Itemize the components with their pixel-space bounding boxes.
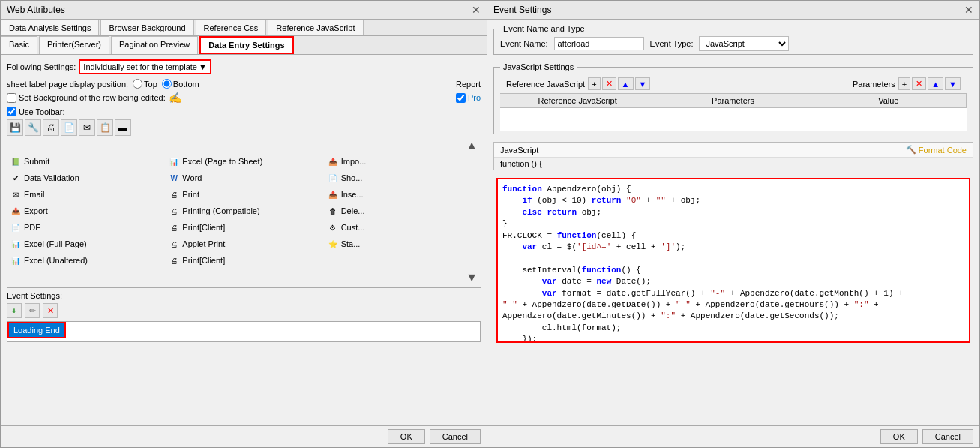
event-name-row: Event Name: Event Type: JavaScript Java … [500, 36, 967, 51]
export-icon: 📤 [10, 205, 22, 217]
left-ok-button[interactable]: OK [388, 429, 425, 444]
format-code-button[interactable]: 🔨 Format Code [906, 145, 967, 155]
tabs-row1: Data Analysis Settings Browser Backgroun… [1, 20, 487, 36]
left-cancel-button[interactable]: Cancel [430, 429, 481, 444]
action-print: 🖨Print [165, 187, 322, 202]
edit-event-button[interactable]: ✏ [25, 303, 40, 318]
params-add-button[interactable]: + [898, 77, 910, 90]
right-title: Event Settings [493, 5, 551, 15]
toolbar-icon-bar[interactable]: ▬ [115, 119, 131, 136]
action-validation: ✔Data Validation [7, 170, 163, 185]
insert-icon: 📥 [327, 188, 339, 200]
action-excel-unalt-label: Excel (Unaltered) [24, 256, 88, 265]
pro-section: Pro [456, 93, 481, 103]
set-bg-checkbox[interactable] [7, 93, 16, 103]
action-insert: 📥Inse... [324, 187, 481, 202]
right-close-button[interactable]: ✕ [964, 4, 973, 16]
sheet-label-row: sheet label page display position: Top B… [7, 79, 481, 89]
action-applet-print: 🖨Applet Print [165, 236, 322, 251]
action-show-label: Sho... [341, 173, 363, 182]
excel-unalt-icon: 📊 [10, 254, 22, 266]
top-radio-text: Top [144, 80, 157, 89]
word-icon: W [168, 172, 180, 184]
top-radio[interactable] [133, 79, 142, 89]
ref-js-add-button[interactable]: + [588, 77, 600, 90]
action-print-client-label: Print[Client] [182, 223, 225, 232]
bottom-radio-label[interactable]: Bottom [162, 79, 199, 89]
tab-data-entry[interactable]: Data Entry Settings [199, 36, 293, 54]
tab-reference-js[interactable]: Reference JavaScript [268, 20, 363, 35]
set-bg-label: Set Background of the row being edited: [19, 93, 166, 102]
printing-compat-icon: 🖨 [168, 205, 180, 217]
tab-reference-css[interactable]: Reference Css [196, 20, 267, 35]
action-printing-compat-label: Printing (Compatible) [182, 206, 259, 215]
bottom-radio-text: Bottom [173, 80, 199, 89]
action-delete-label: Dele... [341, 206, 365, 215]
action-email-label: Email [24, 190, 45, 199]
toolbar-icon-clipboard[interactable]: 📋 [97, 119, 113, 136]
action-export-label: Export [24, 206, 48, 215]
event-settings-label: Event Settings: [7, 291, 481, 300]
move-up-button[interactable]: ▲ [466, 139, 478, 152]
event-name-type-section: Event Name and Type Event Name: Event Ty… [493, 24, 973, 55]
tab-printer[interactable]: Printer(Server) [39, 36, 109, 54]
top-radio-label[interactable]: Top [133, 79, 157, 89]
ref-js-col-header: Reference JavaScript + ✕ ▲ ▼ [506, 77, 650, 90]
action-printing-compat: 🖨Printing (Compatible) [165, 203, 322, 218]
action-import: 📥Impo... [324, 154, 481, 169]
applet-print-icon: 🖨 [168, 238, 180, 250]
event-name-label: Event Name: [500, 39, 548, 48]
event-name-input[interactable] [554, 37, 644, 50]
delete-icon: 🗑 [327, 205, 339, 217]
use-toolbar-checkbox[interactable] [7, 107, 16, 116]
toolbar-icon-settings[interactable]: 🔧 [25, 119, 41, 136]
following-settings-dropdown[interactable]: Individually set for the template ▼ [79, 59, 211, 74]
js-label-row: JavaScript 🔨 Format Code [494, 143, 973, 157]
ref-js-up-button[interactable]: ▲ [618, 77, 634, 90]
value-table-header: Value [811, 94, 967, 108]
move-down-button[interactable]: ▼ [466, 271, 478, 284]
event-type-select[interactable]: JavaScript Java Other [699, 36, 789, 51]
action-delete: 🗑Dele... [324, 203, 481, 218]
action-word: WWord [165, 170, 322, 185]
delete-event-button[interactable]: ✕ [43, 303, 58, 318]
toolbar-icon-print[interactable]: 🖨 [43, 119, 59, 136]
pro-checkbox[interactable] [456, 93, 466, 103]
toolbar-icon-doc[interactable]: 📄 [61, 119, 77, 136]
email-icon: ✉ [10, 188, 22, 200]
stamp-icon: ✍ [169, 92, 181, 104]
action-print-client: 🖨Print[Client] [165, 220, 322, 235]
js-settings-header: Reference JavaScript + ✕ ▲ ▼ Parameters … [500, 74, 967, 93]
set-bg-checkbox-label[interactable]: Set Background of the row being edited: [7, 93, 166, 103]
event-type-label: Event Type: [650, 39, 694, 48]
tab-pagination[interactable]: Pagination Preview [111, 36, 198, 54]
tab-browser-bg[interactable]: Browser Background [100, 20, 193, 35]
ref-js-down-button[interactable]: ▼ [635, 77, 651, 90]
params-up-button[interactable]: ▲ [928, 77, 943, 90]
right-cancel-button[interactable]: Cancel [922, 429, 973, 444]
toolbar-icon-save[interactable]: 💾 [7, 119, 23, 136]
toolbar-icon-email[interactable]: ✉ [79, 119, 95, 136]
event-list-item-loading-end[interactable]: Loading End [7, 322, 66, 338]
validation-icon: ✔ [10, 172, 22, 184]
ref-js-delete-button[interactable]: ✕ [602, 77, 616, 90]
add-event-button[interactable]: + [7, 303, 22, 318]
event-toolbar: + ✏ ✕ [7, 303, 481, 318]
tab-basic[interactable]: Basic [1, 36, 37, 54]
action-excel-full: 📊Excel (Full Page) [7, 236, 163, 251]
use-toolbar-checkbox-label[interactable]: Use Toolbar: [7, 107, 65, 116]
bottom-radio[interactable] [162, 79, 172, 89]
left-close-button[interactable]: ✕ [472, 4, 481, 16]
event-name-type-legend: Event Name and Type [500, 24, 588, 33]
move-down-section: ▼ [7, 271, 481, 284]
code-editor[interactable]: function Appendzero(obj) { if (obj < 10)… [496, 178, 970, 343]
params-down-button[interactable]: ▼ [945, 77, 961, 90]
set-bg-row: Set Background of the row being edited: … [7, 92, 481, 104]
action-show: 📄Sho... [324, 170, 481, 185]
tab-data-analysis[interactable]: Data Analysis Settings [1, 20, 99, 35]
action-excel-unalt: 📊Excel (Unaltered) [7, 253, 163, 268]
ref-js-toolbar: + ✕ ▲ ▼ [588, 77, 650, 90]
ref-js-table-header: Reference JavaScript [500, 94, 655, 108]
params-delete-button[interactable]: ✕ [912, 77, 926, 90]
right-ok-button[interactable]: OK [880, 429, 918, 444]
